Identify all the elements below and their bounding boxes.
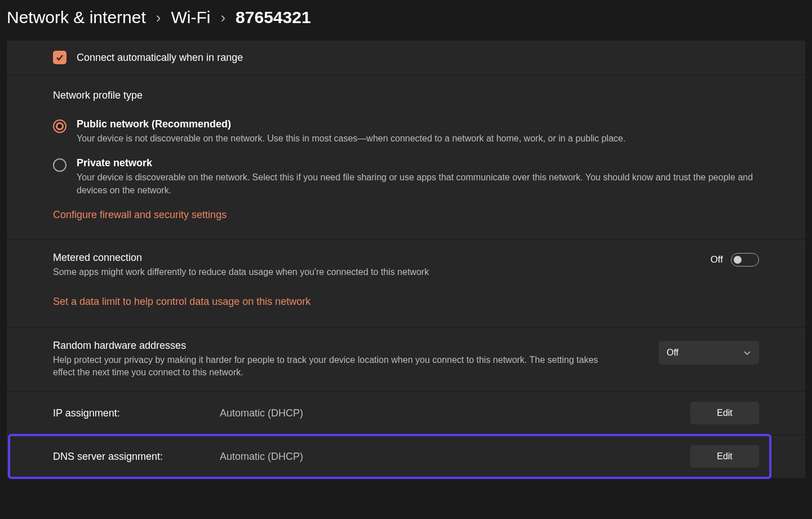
radio-private-network-input[interactable] [53, 158, 66, 172]
random-hardware-dropdown[interactable]: Off [659, 341, 759, 365]
connect-automatically-label: Connect automatically when in range [77, 52, 243, 64]
radio-public-desc: Your device is not discoverable on the n… [77, 132, 625, 145]
dns-assignment-label: DNS server assignment: [53, 451, 220, 463]
breadcrumb-wifi[interactable]: Wi-Fi [171, 8, 210, 27]
breadcrumb-network-internet[interactable]: Network & internet [7, 8, 146, 27]
network-profile-section: Network profile type Public network (Rec… [7, 75, 805, 239]
check-icon [55, 53, 64, 62]
random-hardware-title: Random hardware addresses [53, 340, 605, 352]
set-data-limit-link[interactable]: Set a data limit to help control data us… [53, 296, 310, 308]
metered-title: Metered connection [53, 252, 429, 264]
radio-private-desc: Your device is discoverable on the netwo… [77, 171, 759, 197]
radio-public-network[interactable]: Public network (Recommended) Your device… [53, 118, 759, 145]
connect-automatically-checkbox[interactable] [53, 51, 66, 64]
dns-assignment-edit-button[interactable]: Edit [690, 445, 759, 468]
radio-private-title: Private network [77, 157, 759, 169]
connect-automatically-row[interactable]: Connect automatically when in range [7, 41, 805, 75]
breadcrumb-current: 87654321 [236, 8, 310, 27]
dns-assignment-row: DNS server assignment: Automatic (DHCP) … [7, 435, 805, 478]
ip-assignment-edit-button[interactable]: Edit [690, 402, 759, 424]
chevron-down-icon [743, 349, 751, 357]
radio-public-network-input[interactable] [53, 119, 66, 133]
radio-public-title: Public network (Recommended) [77, 118, 625, 130]
network-profile-heading: Network profile type [53, 90, 759, 101]
ip-assignment-row: IP assignment: Automatic (DHCP) Edit [7, 392, 805, 435]
ip-assignment-value: Automatic (DHCP) [220, 407, 690, 419]
dns-assignment-value: Automatic (DHCP) [220, 451, 690, 463]
chevron-right-icon: › [156, 9, 161, 26]
metered-desc: Some apps might work differently to redu… [53, 266, 429, 278]
metered-toggle[interactable] [731, 253, 759, 267]
ip-assignment-label: IP assignment: [53, 407, 220, 419]
metered-toggle-state: Off [711, 254, 723, 265]
metered-connection-section: Metered connection Some apps might work … [7, 239, 805, 327]
configure-firewall-link[interactable]: Configure firewall and security settings [53, 209, 227, 221]
random-hardware-desc: Help protect your privacy by making it h… [53, 354, 605, 379]
radio-private-network[interactable]: Private network Your device is discovera… [53, 157, 759, 197]
random-hardware-section: Random hardware addresses Help protect y… [7, 327, 805, 392]
chevron-right-icon: › [220, 9, 225, 26]
breadcrumb: Network & internet › Wi-Fi › 87654321 [0, 0, 812, 41]
random-hardware-dropdown-value: Off [667, 348, 678, 358]
